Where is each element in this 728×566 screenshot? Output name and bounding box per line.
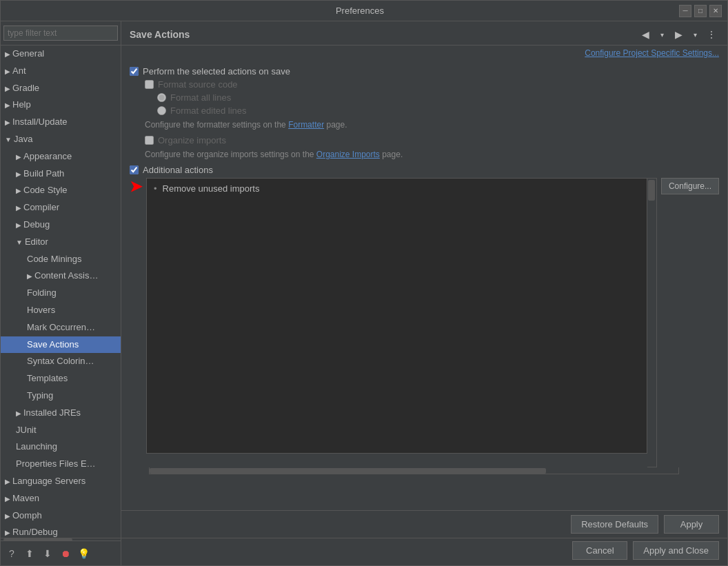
- sidebar-item-templates[interactable]: Templates: [1, 370, 121, 387]
- sidebar: ▶General ▶Ant ▶Gradle ▶Help ▶Install/Upd…: [1, 21, 121, 565]
- minimize-button[interactable]: ─: [679, 5, 691, 17]
- tree: ▶General ▶Ant ▶Gradle ▶Help ▶Install/Upd…: [1, 46, 121, 538]
- cancel-button[interactable]: Cancel: [572, 541, 627, 560]
- actions-list-hscrollbar[interactable]: [149, 467, 679, 474]
- additional-actions-checkbox[interactable]: [130, 165, 139, 174]
- configure-project-link[interactable]: Configure Project Specific Settings...: [585, 48, 719, 58]
- export-icon[interactable]: ⬇: [41, 547, 54, 560]
- restore-apply-row: Restore Defaults Apply: [121, 511, 727, 538]
- sidebar-item-oomph[interactable]: ▶Oomph: [1, 507, 121, 525]
- settings-area: Perform the selected actions on save For…: [121, 59, 727, 510]
- close-button[interactable]: ✕: [709, 5, 722, 17]
- sidebar-item-hovers[interactable]: Hovers: [1, 302, 121, 319]
- sidebar-item-java[interactable]: ▼Java: [1, 131, 121, 148]
- maximize-button[interactable]: □: [694, 5, 707, 17]
- sidebar-item-properties-files[interactable]: Properties Files E…: [1, 456, 121, 473]
- preferences-window: Preferences ─ □ ✕ ▶General ▶Ant ▶Gradle …: [0, 0, 728, 566]
- formatter-info: Configure the formatter settings on the …: [130, 119, 719, 131]
- sidebar-item-debug[interactable]: ▶Debug: [1, 216, 121, 234]
- sidebar-item-help[interactable]: ▶Help: [1, 97, 121, 114]
- title-bar: Preferences ─ □ ✕: [1, 1, 727, 21]
- organize-imports-label[interactable]: Organize imports: [145, 135, 226, 145]
- perform-on-save-checkbox[interactable]: [130, 67, 139, 76]
- perform-on-save-label[interactable]: Perform the selected actions on save: [130, 66, 290, 77]
- format-edited-lines-label[interactable]: Format edited lines: [157, 105, 247, 116]
- help-icon[interactable]: ?: [5, 547, 19, 560]
- sidebar-item-build-path[interactable]: ▶Build Path: [1, 165, 121, 183]
- panel-toolbar: ◀ ▾ ▶ ▾ ⋮: [638, 27, 719, 42]
- sidebar-item-typing[interactable]: Typing: [1, 387, 121, 405]
- sidebar-item-run-debug[interactable]: ▶Run/Debug: [1, 524, 121, 538]
- import-icon[interactable]: ⬆: [23, 547, 37, 560]
- sidebar-item-compiler[interactable]: ▶Compiler: [1, 199, 121, 216]
- configure-button[interactable]: Configure...: [661, 178, 719, 194]
- forward-dropdown-button[interactable]: ▾: [687, 27, 702, 42]
- perform-on-save-row: Perform the selected actions on save: [130, 66, 719, 77]
- forward-button[interactable]: ▶: [671, 27, 686, 42]
- restore-defaults-button[interactable]: Restore Defaults: [571, 515, 658, 534]
- sidebar-item-install-update[interactable]: ▶Install/Update: [1, 114, 121, 131]
- panel-header: Save Actions ◀ ▾ ▶ ▾ ⋮: [121, 21, 727, 46]
- additional-actions-header: Additional actions: [130, 165, 719, 175]
- formatter-link[interactable]: Formatter: [288, 120, 324, 130]
- window-controls: ─ □ ✕: [679, 5, 722, 17]
- action-item-remove-unused-imports: Remove unused imports: [147, 181, 647, 196]
- format-all-lines-row: Format all lines: [130, 92, 719, 103]
- bottom-area: Restore Defaults Apply Cancel Apply and …: [121, 510, 727, 565]
- actions-list-scrollbar[interactable]: [647, 178, 657, 467]
- sidebar-item-editor[interactable]: ▼Editor: [1, 234, 121, 251]
- format-all-lines-label[interactable]: Format all lines: [157, 92, 231, 103]
- format-edited-lines-radio[interactable]: [157, 106, 166, 115]
- organize-imports-checkbox[interactable]: [145, 136, 154, 145]
- sidebar-item-ant[interactable]: ▶Ant: [1, 63, 121, 80]
- sidebar-footer: ? ⬆ ⬇ ⏺ 💡: [1, 540, 121, 565]
- sidebar-item-general[interactable]: ▶General: [1, 46, 121, 63]
- sidebar-item-mark-occurrences[interactable]: Mark Occurren…: [1, 319, 121, 336]
- lightbulb-icon[interactable]: 💡: [77, 547, 90, 560]
- actions-list[interactable]: Remove unused imports: [146, 178, 647, 454]
- sidebar-item-content-assist[interactable]: ▶Content Assis…: [1, 267, 121, 285]
- more-options-button[interactable]: ⋮: [704, 27, 719, 42]
- organize-imports-row: Organize imports: [130, 135, 719, 145]
- organize-imports-info: Configure the organize imports settings …: [130, 148, 719, 161]
- format-all-lines-radio[interactable]: [157, 93, 166, 102]
- sidebar-item-installed-jres[interactable]: ▶Installed JREs: [1, 405, 121, 422]
- window-title: Preferences: [41, 6, 679, 16]
- sidebar-item-folding[interactable]: Folding: [1, 285, 121, 302]
- main-content: ▶General ▶Ant ▶Gradle ▶Help ▶Install/Upd…: [1, 21, 727, 565]
- right-panel: Save Actions ◀ ▾ ▶ ▾ ⋮ Configure Project…: [121, 21, 727, 565]
- actions-wrapper: ➤ Remove unused imports Configure...: [130, 178, 719, 467]
- arrow-annotation: ➤: [130, 179, 142, 194]
- sidebar-item-maven[interactable]: ▶Maven: [1, 490, 121, 507]
- filter-input[interactable]: [3, 26, 118, 41]
- back-button[interactable]: ◀: [638, 27, 653, 42]
- sidebar-item-junit[interactable]: JUnit: [1, 422, 121, 439]
- sidebar-item-code-style[interactable]: ▶Code Style: [1, 182, 121, 199]
- format-source-code-row: Format source code: [130, 79, 719, 90]
- sidebar-item-save-actions[interactable]: Save Actions: [1, 336, 121, 354]
- panel-title: Save Actions: [130, 29, 190, 40]
- apply-button[interactable]: Apply: [664, 515, 719, 534]
- sidebar-item-syntax-coloring[interactable]: Syntax Colorin…: [1, 353, 121, 370]
- configure-project-row: Configure Project Specific Settings...: [121, 46, 727, 59]
- additional-actions-label[interactable]: Additional actions: [130, 165, 213, 175]
- record-icon[interactable]: ⏺: [59, 547, 72, 560]
- sidebar-item-code-minings[interactable]: Code Minings: [1, 251, 121, 268]
- format-source-code-label[interactable]: Format source code: [145, 79, 238, 90]
- filter-wrap: [1, 21, 121, 46]
- format-source-code-checkbox[interactable]: [145, 80, 154, 89]
- sidebar-item-launching[interactable]: Launching: [1, 438, 121, 456]
- sidebar-item-language-servers[interactable]: ▶Language Servers: [1, 473, 121, 490]
- apply-and-close-button[interactable]: Apply and Close: [633, 541, 719, 560]
- cancel-close-row: Cancel Apply and Close: [121, 538, 727, 565]
- sidebar-item-appearance[interactable]: ▶Appearance: [1, 148, 121, 165]
- organize-imports-link[interactable]: Organize Imports: [316, 150, 380, 159]
- format-edited-lines-row: Format edited lines: [130, 105, 719, 116]
- sidebar-item-gradle[interactable]: ▶Gradle: [1, 80, 121, 97]
- back-dropdown-button[interactable]: ▾: [654, 27, 669, 42]
